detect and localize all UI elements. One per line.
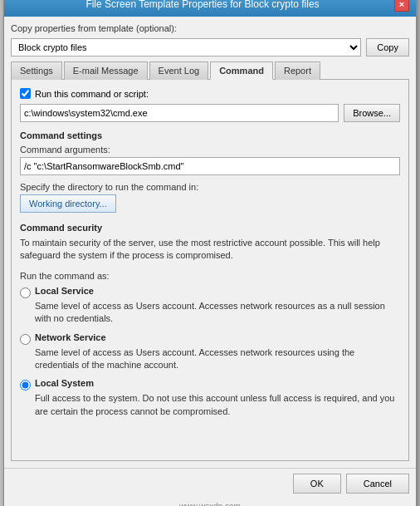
radio-local-system-row: Local System	[20, 378, 400, 391]
local-service-desc: Same level of access as Users account. A…	[35, 300, 400, 326]
tab-report[interactable]: Report	[275, 61, 320, 80]
copy-properties-row: Copy properties from template (optional)…	[11, 23, 409, 33]
cancel-button[interactable]: Cancel	[346, 474, 409, 494]
working-directory-button[interactable]: Working directory...	[20, 194, 116, 213]
tab-content: Run this command or script: Browse... Co…	[11, 79, 409, 461]
run-as-label: Run the command as:	[20, 271, 400, 281]
args-label: Command arguments:	[20, 145, 400, 155]
title-bar: File Screen Template Properties for Bloc…	[4, 0, 416, 17]
browse-button[interactable]: Browse...	[344, 104, 400, 122]
network-service-label: Network Service	[35, 332, 106, 342]
radio-local-system-group: Local System Full access to the system. …	[20, 378, 400, 418]
window-title: File Screen Template Properties for Bloc…	[11, 0, 394, 10]
template-dropdown[interactable]: Block crypto files	[11, 38, 361, 56]
dir-label: Specify the directory to run the command…	[20, 182, 400, 192]
tab-settings[interactable]: Settings	[11, 61, 62, 80]
run-command-label: Run this command or script:	[35, 89, 149, 99]
args-input[interactable]	[20, 157, 400, 175]
main-window: File Screen Template Properties for Bloc…	[3, 0, 417, 506]
radio-network-service-group: Network Service Same level of access as …	[20, 332, 400, 372]
footer: OK Cancel	[4, 468, 416, 500]
security-title: Command security	[20, 223, 400, 233]
local-service-label: Local Service	[35, 286, 94, 296]
radio-local-service-group: Local Service Same level of access as Us…	[20, 286, 400, 326]
local-service-radio[interactable]	[20, 287, 31, 298]
window-body: Copy properties from template (optional)…	[4, 17, 416, 468]
local-system-desc: Full access to the system. Do not use th…	[35, 392, 400, 418]
copy-select-row: Block crypto files Copy	[11, 38, 409, 56]
tab-bar: Settings E-mail Message Event Log Comman…	[11, 61, 409, 80]
run-command-checkbox[interactable]	[20, 88, 31, 99]
security-desc: To maintain security of the server, use …	[20, 237, 400, 263]
ok-button[interactable]: OK	[293, 474, 341, 494]
copy-label: Copy properties from template (optional)…	[11, 23, 177, 33]
network-service-desc: Same level of access as Users account. A…	[35, 346, 400, 372]
network-service-radio[interactable]	[20, 334, 31, 345]
command-input-row: Browse...	[20, 104, 400, 122]
tab-eventlog[interactable]: Event Log	[149, 61, 209, 80]
command-input[interactable]	[20, 104, 339, 122]
copy-button[interactable]: Copy	[366, 38, 409, 56]
tab-email[interactable]: E-mail Message	[64, 61, 148, 80]
close-button[interactable]: ×	[394, 0, 409, 12]
local-system-radio[interactable]	[20, 380, 31, 391]
tab-command[interactable]: Command	[210, 61, 273, 80]
local-system-label: Local System	[35, 378, 94, 388]
radio-local-service-row: Local Service	[20, 286, 400, 298]
run-command-row: Run this command or script:	[20, 88, 400, 99]
radio-network-service-row: Network Service	[20, 332, 400, 345]
command-settings-title: Command settings	[20, 130, 400, 140]
watermark: www.wsxdn.com	[4, 500, 416, 506]
